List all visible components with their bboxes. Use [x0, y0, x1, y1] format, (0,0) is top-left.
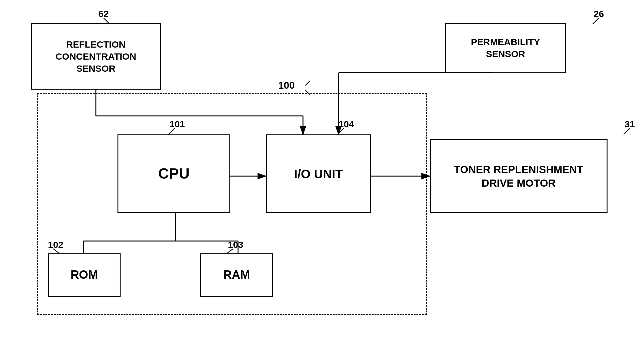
- ref-100-tick: [305, 81, 310, 86]
- permeability-sensor-label: PERMEABILITY SENSOR: [471, 36, 540, 60]
- io-unit-label: I/O UNIT: [294, 166, 343, 182]
- diagram-container: 100 REFLECTION CONCENTRATION SENSOR 62 P…: [0, 0, 644, 343]
- permeability-sensor-box: PERMEABILITY SENSOR: [445, 23, 566, 73]
- ref-101: 101: [169, 119, 185, 129]
- reflection-concentration-sensor-box: REFLECTION CONCENTRATION SENSOR: [31, 23, 161, 90]
- ref-102: 102: [48, 239, 63, 250]
- ref-26: 26: [594, 9, 604, 19]
- rom-label: ROM: [70, 267, 98, 282]
- ref-62: 62: [98, 9, 109, 19]
- ref-103: 103: [228, 239, 243, 250]
- cpu-box: CPU: [117, 134, 230, 213]
- toner-motor-box: TONER REPLENISHMENT DRIVE MOTOR: [430, 139, 608, 213]
- ram-label: RAM: [223, 267, 250, 282]
- ref-31: 31: [625, 119, 635, 129]
- ram-box: RAM: [200, 253, 273, 297]
- toner-motor-label: TONER REPLENISHMENT DRIVE MOTOR: [454, 163, 583, 190]
- io-unit-box: I/O UNIT: [266, 134, 371, 213]
- ref-104: 104: [339, 119, 354, 129]
- cpu-label: CPU: [158, 164, 190, 183]
- ref-100: 100: [278, 80, 295, 91]
- rom-box: ROM: [48, 253, 121, 297]
- reflection-sensor-label: REFLECTION CONCENTRATION SENSOR: [55, 38, 136, 74]
